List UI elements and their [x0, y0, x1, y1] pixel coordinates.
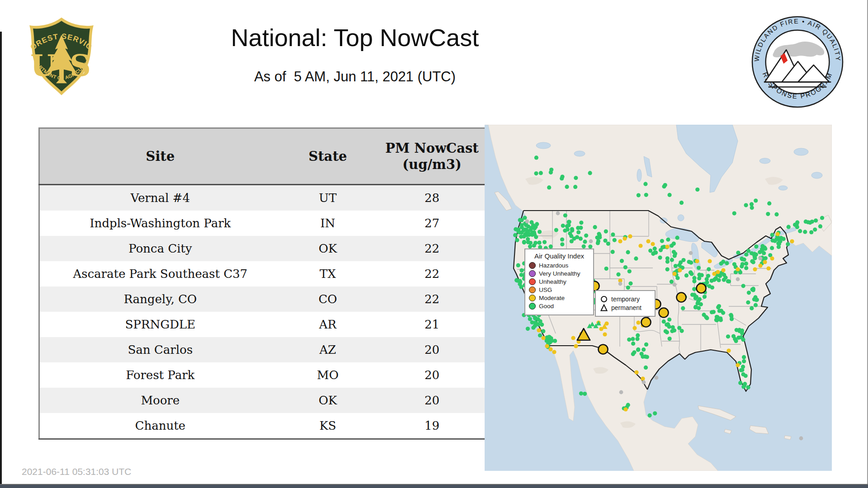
good-monitor-dot	[684, 273, 689, 277]
good-monitor-dot	[643, 182, 647, 186]
good-monitor-dot	[519, 268, 524, 272]
aqi-swatch-icon	[529, 278, 536, 285]
good-monitor-dot	[570, 228, 574, 232]
nodata-monitor-dot	[618, 282, 623, 286]
good-monitor-dot	[541, 329, 545, 333]
good-monitor-dot	[584, 234, 588, 238]
good-monitor-dot	[534, 235, 538, 239]
good-monitor-dot	[606, 242, 610, 246]
good-monitor-dot	[513, 233, 517, 237]
moderate-monitor-dot	[758, 263, 762, 267]
good-monitor-dot	[751, 287, 755, 291]
aqi-swatch-icon	[529, 295, 536, 301]
good-monitor-dot	[560, 176, 564, 180]
good-monitor-dot	[741, 385, 745, 389]
good-monitor-dot	[687, 260, 691, 264]
good-monitor-dot	[648, 249, 652, 253]
nowcast-value-cell: 28	[375, 185, 490, 211]
good-monitor-dot	[662, 319, 666, 324]
state-cell: UT	[281, 185, 375, 211]
table-row: San CarlosAZ20	[39, 337, 490, 362]
good-monitor-dot	[774, 212, 778, 216]
aqi-legend-title: Air Quality Index	[529, 252, 590, 260]
good-monitor-dot	[574, 176, 578, 180]
good-monitor-dot	[754, 298, 758, 302]
moderate-monitor-dot	[712, 272, 716, 276]
good-monitor-dot	[534, 171, 538, 175]
good-monitor-dot	[735, 328, 739, 332]
good-monitor-dot	[670, 258, 674, 262]
good-monitor-dot	[717, 278, 721, 282]
good-monitor-dot	[519, 273, 524, 277]
moderate-monitor-dot	[790, 239, 794, 243]
good-monitor-dot	[663, 183, 667, 187]
good-monitor-dot	[750, 259, 754, 263]
good-monitor-dot	[692, 279, 696, 283]
site-cell: Indpls-Washington Park	[39, 211, 281, 236]
good-monitor-dot	[613, 238, 617, 242]
good-monitor-dot	[547, 335, 551, 339]
column-header: Site	[39, 128, 281, 185]
good-monitor-dot	[698, 297, 702, 301]
good-monitor-dot	[732, 262, 736, 266]
column-header: State	[281, 128, 375, 185]
moderate-monitor-dot	[632, 326, 637, 330]
good-monitor-dot	[572, 236, 576, 240]
state-cell: OK	[281, 236, 375, 261]
good-monitor-dot	[626, 250, 630, 254]
good-monitor-dot	[597, 232, 601, 236]
good-monitor-dot	[736, 251, 740, 255]
good-monitor-dot	[528, 317, 532, 321]
good-monitor-dot	[518, 218, 522, 222]
aqi-swatch-icon	[529, 303, 536, 310]
moderate-monitor-dot	[537, 328, 541, 332]
moderate-monitor-dot	[766, 266, 770, 270]
site-cell: Chanute	[39, 413, 281, 439]
state-cell: AR	[281, 312, 375, 337]
good-monitor-dot	[623, 265, 627, 269]
good-monitor-dot	[526, 229, 530, 233]
good-monitor-dot	[528, 244, 532, 249]
moderate-monitor-dot	[604, 321, 609, 325]
page-title: National: Top NowCast	[104, 23, 606, 52]
good-monitor-dot	[718, 316, 722, 320]
moderate-monitor-dot	[545, 344, 549, 348]
good-monitor-dot	[813, 227, 817, 231]
good-monitor-dot	[754, 303, 758, 307]
good-monitor-dot	[703, 295, 707, 299]
good-monitor-dot	[767, 202, 771, 206]
good-monitor-dot	[627, 338, 631, 342]
good-monitor-dot	[635, 337, 639, 341]
moderate-monitor-dot	[628, 234, 632, 238]
good-monitor-dot	[653, 247, 657, 251]
moderate-monitor-dot	[672, 272, 676, 276]
top-site-circle	[642, 318, 651, 327]
good-monitor-dot	[603, 239, 607, 243]
moderate-monitor-dot	[552, 350, 556, 354]
good-monitor-dot	[519, 223, 524, 227]
moderate-monitor-dot	[571, 336, 575, 340]
moderate-monitor-dot	[665, 244, 669, 249]
state-cell: MO	[281, 362, 375, 388]
moderate-monitor-dot	[603, 332, 607, 336]
good-monitor-dot	[770, 239, 774, 243]
moderate-monitor-dot	[623, 236, 627, 240]
moderate-monitor-dot	[726, 348, 731, 352]
top-site-circle	[697, 284, 706, 293]
good-monitor-dot	[604, 267, 609, 271]
nodata-monitor-dot	[689, 251, 693, 255]
good-monitor-dot	[631, 337, 635, 341]
good-monitor-dot	[731, 334, 736, 338]
good-monitor-dot	[579, 221, 583, 225]
good-monitor-dot	[647, 413, 651, 418]
aqi-legend-label: Very Unhealthy	[539, 270, 580, 277]
good-monitor-dot	[712, 310, 716, 314]
good-monitor-dot	[579, 391, 583, 395]
moderate-monitor-dot	[708, 259, 712, 263]
nowcast-value-cell: 27	[375, 211, 490, 236]
good-monitor-dot	[516, 263, 520, 267]
good-monitor-dot	[538, 333, 542, 338]
good-monitor-dot	[631, 352, 635, 356]
good-monitor-dot	[820, 216, 824, 220]
good-monitor-dot	[665, 267, 670, 271]
